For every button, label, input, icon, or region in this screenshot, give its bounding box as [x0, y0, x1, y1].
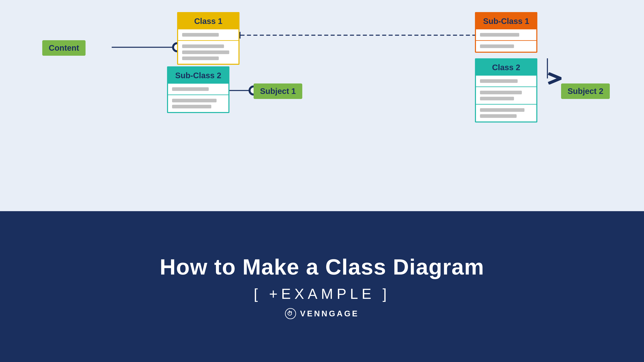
class2-body	[476, 76, 536, 121]
class2-title: Class 2	[476, 59, 536, 76]
diagram-section: Class 1 Sub-Class 1 Sub-Class 2	[0, 0, 644, 211]
uml-line	[480, 44, 514, 48]
uml-line	[172, 105, 211, 108]
subject2-label-text: Subject 2	[568, 87, 603, 95]
class1-body	[178, 29, 238, 64]
class1-section-2	[178, 41, 238, 64]
subject1-label: Subject 1	[254, 83, 302, 99]
brand-name: VENNGAGE	[300, 309, 359, 318]
uml-line	[182, 56, 219, 60]
connections-svg	[0, 0, 644, 211]
class2-section-1	[476, 76, 536, 87]
class2-section-3	[476, 105, 536, 121]
subtitle: [ +EXAMPLE ]	[254, 286, 390, 302]
subclass1-body	[476, 29, 536, 52]
subclass2-box: Sub-Class 2	[167, 66, 230, 113]
uml-line	[480, 114, 516, 118]
uml-line	[182, 44, 224, 48]
uml-line	[480, 91, 522, 94]
content-label: Content	[42, 40, 86, 56]
class1-section-1	[178, 29, 238, 41]
class1-box: Class 1	[177, 12, 240, 65]
subject1-label-text: Subject 1	[260, 87, 296, 95]
class2-box: Class 2	[475, 58, 537, 122]
class2-section-2	[476, 87, 536, 105]
subclass1-title: Sub-Class 1	[476, 13, 536, 29]
uml-line	[172, 87, 209, 91]
subclass2-title: Sub-Class 2	[168, 67, 228, 84]
uml-line	[480, 97, 514, 100]
subclass2-body	[168, 84, 228, 112]
uml-line	[480, 79, 518, 83]
uml-line	[480, 108, 524, 112]
uml-line	[182, 33, 219, 37]
subclass1-box: Sub-Class 1	[475, 12, 537, 53]
subclass1-section-2	[476, 41, 536, 52]
main-title: How to Make a Class Diagram	[160, 254, 484, 280]
brand: ⏱ VENNGAGE	[285, 308, 359, 319]
uml-line	[172, 99, 216, 102]
subclass2-section-1	[168, 84, 228, 95]
venngage-icon: ⏱	[285, 308, 296, 319]
subclass1-section-1	[476, 29, 536, 41]
uml-line	[480, 33, 519, 37]
subclass2-section-2	[168, 95, 228, 112]
bottom-section: How to Make a Class Diagram [ +EXAMPLE ]…	[0, 211, 644, 362]
subject2-label: Subject 2	[561, 83, 610, 99]
uml-line	[182, 50, 229, 54]
class1-title: Class 1	[178, 13, 238, 29]
content-label-text: Content	[49, 43, 79, 52]
